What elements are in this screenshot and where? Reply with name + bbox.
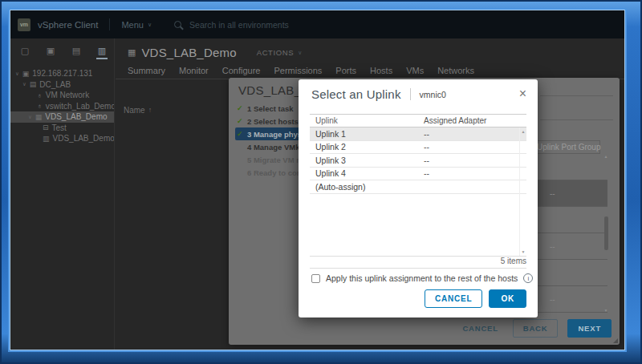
uplink-row-1[interactable]: Uplink 1 -- [310, 127, 526, 141]
adapter-cell: -- [418, 129, 526, 139]
uplink-row-3[interactable]: Uplink 3 -- [310, 154, 526, 168]
tab-hosts[interactable]: Hosts [370, 66, 392, 75]
scroll-down-icon[interactable]: ▼ [522, 249, 526, 254]
tree-item-label: VM Network [46, 91, 89, 99]
dvs-icon: ▦ [35, 113, 43, 121]
check-icon: ✓ [237, 104, 244, 112]
tree-item-vds[interactable]: ∨ ▦ VDS_LAB_Demo [10, 111, 114, 123]
name-header-label: Name [124, 106, 145, 115]
tab-networks[interactable]: Networks [437, 66, 474, 75]
check-icon: ✓ [237, 130, 244, 138]
uplink-cell: Uplink 1 [310, 129, 418, 139]
networking-icon: ▥ [98, 46, 106, 55]
table-row[interactable]: -- [531, 180, 607, 207]
actions-button[interactable]: ACTIONS ∨ [257, 48, 303, 57]
uplink-row-auto-assign[interactable]: (Auto-assign) [310, 180, 526, 194]
modal-context-adapter: vmnic0 [420, 90, 446, 99]
caret-icon: ∨ [22, 81, 26, 87]
table-row[interactable] [531, 207, 607, 233]
divider [540, 119, 613, 120]
actions-label: ACTIONS [257, 48, 294, 57]
apply-checkbox-label: Apply this uplink assignment to the rest… [326, 273, 518, 283]
top-bar: vm vSphere Client Menu ∨ [10, 10, 624, 38]
step-label: 1 Select task [247, 104, 294, 113]
table-row[interactable]: -- [531, 286, 607, 313]
table-row[interactable] [531, 260, 607, 286]
scroll-up-icon[interactable]: ▲ [522, 129, 526, 134]
divider [540, 95, 613, 96]
object-title-bar: ▦ VDS_LAB_Demo ACTIONS ∨ [128, 46, 303, 59]
scrollbar-thumb[interactable] [604, 216, 608, 250]
vms-templates-icon: ▣ [47, 46, 55, 55]
ok-button[interactable]: OK [489, 289, 526, 308]
scroll-down-icon[interactable]: ▼ [604, 308, 608, 313]
column-assigned-adapter[interactable]: Assigned Adapter [418, 116, 526, 125]
sort-ascending-icon: ↑ [148, 106, 152, 115]
wizard-next-button[interactable]: NEXT [567, 319, 612, 338]
tree-item-vcenter[interactable]: ∨ ▣ 192.168.217.131 [10, 68, 114, 79]
uplink-row-4[interactable]: Uplink 4 -- [310, 168, 526, 181]
step-label: 2 Select hosts [247, 117, 299, 126]
screenshot-frame: vm vSphere Client Menu ∨ ▢ ▣ ▤ ▥ ∨ [0, 0, 642, 364]
info-icon[interactable]: i [523, 273, 533, 283]
scroll-up-icon[interactable]: ▲ [604, 154, 608, 159]
table-row[interactable] [531, 154, 607, 180]
global-search [174, 19, 324, 30]
menu-label: Menu [121, 20, 144, 30]
uplink-portgroup-icon: ▥ [43, 135, 50, 143]
tab-vms[interactable]: VMs [406, 66, 424, 75]
tree-item-label: DC_LAB [39, 80, 71, 89]
page-title: VDS_LAB_Demo [141, 46, 236, 59]
uplink-cell: Uplink 3 [310, 156, 418, 165]
storage-icon: ▤ [72, 46, 80, 55]
tree-item-datacenter[interactable]: ∨ ▤ DC_LAB [10, 79, 114, 91]
menu-button[interactable]: Menu ∨ [121, 20, 152, 30]
tab-configure[interactable]: Configure [222, 66, 261, 75]
uplink-port-group-column-header[interactable]: Uplink Port Group [531, 140, 600, 154]
tab-monitor[interactable]: Monitor [179, 66, 209, 75]
adapters-table: -- -- -- [531, 154, 607, 313]
name-column-header[interactable]: Name ↑ [124, 106, 152, 115]
tree-item-vm-network[interactable]: ♁ VM Network [10, 90, 114, 101]
inventory-tree: ∨ ▣ 192.168.217.131 ∨ ▤ DC_LAB ♁ VM Netw… [10, 68, 114, 144]
close-icon[interactable]: × [516, 84, 530, 103]
wizard-cancel-button[interactable]: CANCEL [457, 323, 502, 334]
tab-hosts-clusters[interactable]: ▢ [19, 46, 30, 59]
search-input[interactable] [188, 19, 324, 30]
tab-permissions[interactable]: Permissions [274, 66, 322, 75]
caret-icon: ∨ [15, 71, 19, 77]
cancel-button[interactable]: CANCEL [425, 289, 482, 308]
object-tabs: Summary Monitor Configure Permissions Po… [128, 66, 474, 75]
modal-footer: CANCEL OK [425, 289, 526, 308]
tab-storage[interactable]: ▤ [71, 46, 82, 59]
scrollbar[interactable]: ▲ ▼ [603, 154, 609, 313]
tree-item-portgroup[interactable]: ⊟ Test [10, 123, 114, 134]
tab-ports[interactable]: Ports [335, 66, 356, 75]
modal-header: Select an Uplink vmnic0 [311, 87, 446, 101]
apply-checkbox[interactable] [311, 274, 320, 283]
adapter-cell: -- [418, 156, 526, 165]
select-uplink-modal: Select an Uplink vmnic0 × Uplink Assigne… [299, 79, 538, 317]
chevron-down-icon: ∨ [148, 22, 152, 28]
cell-value: -- [550, 189, 555, 198]
network-icon: ♁ [37, 91, 43, 99]
tab-vms-templates[interactable]: ▣ [45, 46, 56, 59]
tab-networking[interactable]: ▥ [96, 46, 108, 59]
cell-value: -- [550, 295, 555, 304]
tree-item-vswitch[interactable]: ♁ vswitch_Lab_Demo [10, 101, 114, 112]
portgroup-icon: ⊟ [43, 123, 49, 131]
tree-item-uplink-group[interactable]: ▥ VDS_LAB_Demo-D... [10, 133, 114, 144]
scrollbar[interactable]: ▲ ▼ [519, 127, 526, 256]
network-icon: ♁ [37, 102, 43, 110]
modal-title: Select an Uplink [311, 87, 401, 101]
wizard-back-button[interactable]: BACK [513, 319, 559, 338]
table-row[interactable]: -- [531, 233, 607, 260]
tab-summary[interactable]: Summary [128, 66, 165, 75]
check-icon: ✓ [237, 117, 244, 125]
vmware-logo: vm [18, 18, 30, 31]
resize-handle[interactable] [613, 338, 618, 343]
uplink-cell: Uplink 2 [310, 142, 418, 152]
uplink-row-2[interactable]: Uplink 2 -- [310, 141, 526, 155]
column-uplink[interactable]: Uplink [310, 116, 418, 125]
tree-item-label: vswitch_Lab_Demo [46, 102, 114, 111]
